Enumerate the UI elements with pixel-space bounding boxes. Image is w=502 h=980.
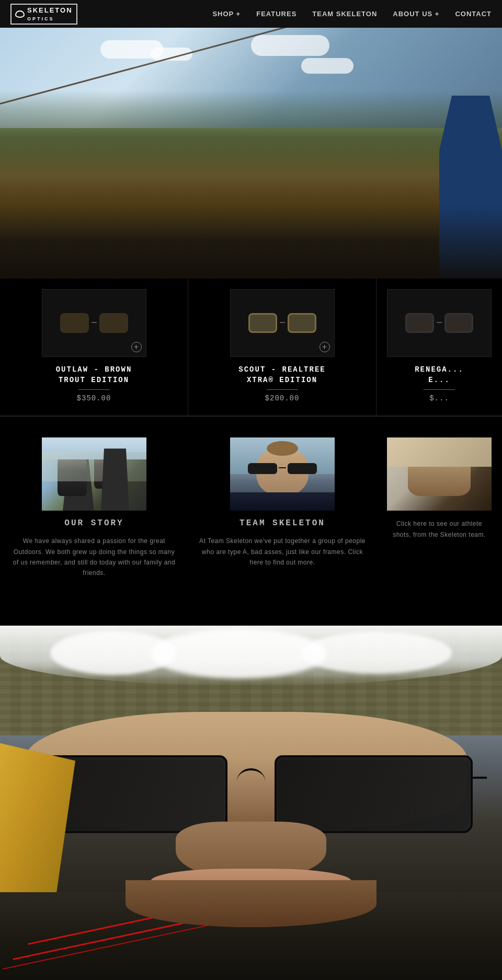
- logo-box: SKELETON OPTICS: [10, 4, 77, 25]
- product-price-scout: $200.00: [193, 394, 371, 402]
- product-name-scout: SCOUT - REALTREE XTRA® EDITION: [193, 365, 371, 385]
- bottom-spacer: [0, 605, 502, 626]
- bottom-hero: [0, 626, 502, 980]
- price-divider-renegade: [424, 389, 455, 390]
- big-lens-right: [275, 755, 473, 833]
- chin-neck: [126, 880, 376, 927]
- price-divider-scout: [267, 389, 298, 390]
- snow-lump-3: [301, 632, 452, 674]
- product-name-renegade: RENEGA... E...: [382, 365, 497, 385]
- product-name-outlaw: OUTLAW - BROWN TROUT EDITION: [5, 365, 182, 385]
- third-bg: [387, 437, 492, 467]
- team-skeleton-image: [230, 437, 335, 511]
- sunglass-scout: [248, 313, 316, 333]
- bridge-renegade: [437, 322, 442, 325]
- product-card-scout[interactable]: + SCOUT - REALTREE XTRA® EDITION $200.00: [188, 279, 376, 416]
- lens-left: [60, 313, 89, 333]
- our-story-desc: We have always shared a passion for the …: [10, 536, 178, 579]
- sunglasses-woman: [246, 463, 319, 474]
- team-photo: [230, 437, 335, 511]
- nav-contact[interactable]: CONTACT: [455, 10, 492, 18]
- add-button-outlaw[interactable]: +: [131, 342, 142, 352]
- lens-right: [99, 313, 128, 333]
- lens-right-scout: [288, 313, 316, 333]
- logo-skeleton: SKELETON: [27, 6, 73, 14]
- product-price-outlaw: $350.00: [5, 394, 182, 402]
- logo[interactable]: SKELETON OPTICS: [10, 4, 77, 25]
- team-card-third[interactable]: Click here to see our athlete shots, fro…: [376, 432, 502, 589]
- product-image-outlaw: +: [42, 289, 146, 357]
- logo-icon: [15, 10, 25, 18]
- lens-woman-left: [248, 463, 277, 474]
- our-story-title: OUR STORY: [10, 518, 178, 528]
- story-photo: [42, 437, 146, 511]
- bridge-woman: [279, 467, 286, 470]
- big-bridge: [237, 768, 265, 794]
- products-section: + OUTLAW - BROWN TROUT EDITION $350.00 +…: [0, 279, 502, 416]
- team-card-skeleton[interactable]: TEAM SKELETON At Team Skeleton we've put…: [188, 432, 376, 589]
- product-image-scout: +: [230, 289, 335, 357]
- nav-team-skeleton[interactable]: TEAM SKELETON: [312, 10, 377, 18]
- jacket: [230, 492, 335, 511]
- sunglass-outlaw: [60, 313, 128, 333]
- logo-text: SKELETON OPTICS: [27, 6, 73, 22]
- price-divider-outlaw: [78, 389, 110, 390]
- add-button-scout[interactable]: +: [320, 342, 330, 352]
- team-skeleton-desc: At Team Skeleton we've put together a gr…: [199, 536, 366, 568]
- sunglass-renegade: [405, 313, 473, 333]
- product-price-renegade: $...: [382, 394, 497, 402]
- arm-right: [473, 777, 487, 779]
- product-card-renegade[interactable]: RENEGA... E... $...: [376, 279, 502, 416]
- bridge-scout: [280, 322, 285, 325]
- product-card-outlaw[interactable]: + OUTLAW - BROWN TROUT EDITION $350.00: [0, 279, 188, 416]
- third-photo: [387, 437, 492, 511]
- team-section: OUR STORY We have always shared a passio…: [0, 417, 502, 605]
- navigation: SKELETON OPTICS SHOP + FEATURES TEAM SKE…: [0, 0, 502, 28]
- hero-section: [0, 28, 502, 279]
- third-desc: Click here to see our athlete shots, fro…: [387, 518, 492, 540]
- team-card-story[interactable]: OUR STORY We have always shared a passio…: [0, 432, 188, 589]
- lens-woman-right: [288, 463, 317, 474]
- nav-links: SHOP + FEATURES TEAM SKELETON ABOUT US +…: [212, 10, 492, 18]
- snow-lump-2: [151, 629, 326, 678]
- hero-person: [439, 96, 502, 279]
- product-image-renegade: [387, 289, 492, 357]
- lens-right-renegade: [444, 313, 473, 333]
- snow-backdrop: [42, 452, 146, 481]
- lens-left-scout: [248, 313, 277, 333]
- our-story-image: [42, 437, 146, 511]
- bridge: [92, 322, 97, 325]
- third-image: [387, 437, 492, 511]
- lens-left-renegade: [405, 313, 434, 333]
- fishing-rod: [0, 28, 502, 279]
- hair-bun: [267, 441, 298, 456]
- team-skeleton-title: TEAM SKELETON: [199, 518, 366, 528]
- nav-shop[interactable]: SHOP +: [212, 10, 241, 18]
- logo-optics: OPTICS: [27, 16, 54, 21]
- nav-features[interactable]: FEATURES: [256, 10, 296, 18]
- nav-about[interactable]: ABOUT US +: [393, 10, 439, 18]
